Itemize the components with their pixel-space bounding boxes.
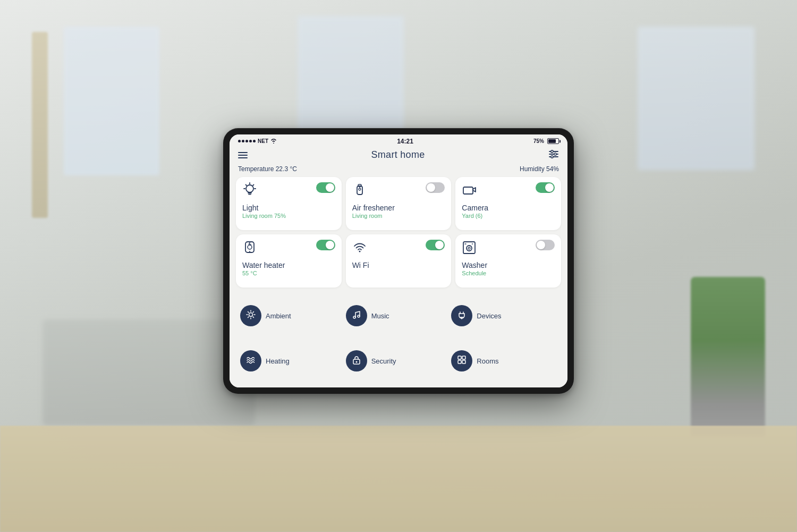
signal-bars	[238, 140, 256, 142]
status-left: NET	[238, 138, 277, 145]
camera-toggle[interactable]	[536, 182, 555, 193]
battery-percentage: 75%	[533, 138, 544, 144]
svg-line-33	[248, 317, 249, 317]
device-card-light[interactable]: Light Living room 75%	[236, 177, 342, 230]
card-header-camera	[462, 182, 555, 199]
signal-dot-3	[245, 140, 248, 142]
svg-rect-41	[462, 356, 465, 359]
menu-button[interactable]	[238, 152, 248, 158]
air-freshener-icon	[352, 182, 367, 199]
svg-point-6	[246, 185, 253, 192]
washer-toggle-knob	[537, 241, 545, 249]
svg-point-3	[551, 150, 553, 152]
svg-rect-13	[358, 184, 361, 187]
nav-label-music: Music	[371, 312, 389, 320]
signal-dot-5	[253, 140, 256, 142]
water-heater-toggle[interactable]	[316, 240, 335, 250]
wifi-toggle-knob	[435, 241, 444, 249]
device-card-water-heater[interactable]: Water heater 55 °C	[236, 234, 342, 288]
grid-icon	[457, 355, 467, 367]
nav-item-ambient[interactable]: Ambient	[240, 295, 346, 337]
room-window-right	[638, 27, 754, 170]
svg-point-25	[249, 313, 253, 317]
nav-circle-rooms	[451, 350, 472, 371]
music-icon	[352, 310, 361, 322]
humidity-display: Humidity 54%	[520, 165, 559, 173]
signal-dot-4	[249, 140, 252, 142]
svg-point-19	[359, 250, 360, 252]
nav-item-devices[interactable]: Devices	[451, 295, 557, 337]
nav-item-rooms[interactable]: Rooms	[451, 340, 557, 382]
device-card-camera[interactable]: Camera Yard (6)	[455, 177, 561, 230]
wifi-toggle[interactable]	[426, 240, 445, 250]
sun-icon	[246, 310, 256, 322]
hamburger-line-2	[238, 155, 248, 156]
svg-line-8	[253, 184, 254, 185]
water-heater-sub: 55 °C	[242, 270, 335, 276]
nav-label-security: Security	[371, 357, 396, 365]
light-name: Light	[242, 204, 335, 212]
tablet-frame: NET 14:21 75%	[223, 128, 574, 394]
wifi-device-icon	[352, 240, 367, 257]
washer-name: Washer	[462, 261, 555, 269]
nav-label-devices: Devices	[477, 312, 501, 320]
nav-label-heating: Heating	[266, 357, 290, 365]
nav-item-music[interactable]: Music	[346, 295, 452, 337]
washer-icon	[462, 240, 477, 257]
svg-point-39	[355, 361, 357, 363]
device-card-air-freshener[interactable]: Air freshener Living room	[346, 177, 452, 230]
svg-rect-14	[463, 187, 473, 194]
svg-line-31	[253, 317, 253, 317]
nav-circle-ambient	[240, 305, 261, 326]
camera-toggle-knob	[545, 183, 554, 192]
light-toggle[interactable]	[316, 182, 335, 193]
nav-item-heating[interactable]: Heating	[240, 340, 346, 382]
nav-circle-security	[346, 350, 367, 371]
water-heater-toggle-knob	[326, 241, 334, 249]
room-lamp	[32, 32, 48, 218]
signal-dot-1	[238, 140, 241, 142]
sensors-bar: Temperature 22.3 °C Humidity 54%	[230, 164, 567, 177]
status-right: 75%	[533, 138, 559, 144]
light-bulb-icon	[242, 182, 257, 199]
svg-point-4	[554, 153, 556, 155]
svg-line-30	[248, 312, 249, 313]
svg-point-16	[248, 245, 252, 249]
svg-point-21	[467, 246, 472, 251]
lock-icon	[352, 355, 361, 367]
settings-button[interactable]	[548, 149, 559, 161]
plug-icon	[457, 310, 467, 322]
status-bar: NET 14:21 75%	[230, 134, 567, 147]
bottom-nav: Ambient Music	[230, 292, 567, 387]
wifi-name: Wi Fi	[352, 261, 445, 269]
battery-fill	[548, 139, 556, 143]
device-card-washer[interactable]: Washer Schedule	[455, 234, 561, 288]
camera-icon	[462, 182, 477, 199]
camera-sub: Yard (6)	[462, 213, 555, 219]
room-table	[0, 426, 797, 532]
card-header-washer	[462, 240, 555, 257]
nav-circle-devices	[451, 305, 472, 326]
tablet-device: NET 14:21 75%	[223, 128, 574, 394]
svg-rect-43	[462, 360, 465, 364]
svg-rect-40	[458, 356, 461, 359]
nav-circle-heating	[240, 350, 261, 371]
air-freshener-toggle-knob	[427, 183, 435, 192]
light-sub: Living room 75%	[242, 213, 335, 219]
device-grid: Light Living room 75%	[230, 177, 567, 292]
device-card-wifi[interactable]: Wi Fi	[346, 234, 452, 288]
waves-icon	[246, 355, 256, 367]
card-header-wifi	[352, 240, 445, 257]
air-freshener-toggle[interactable]	[426, 182, 445, 193]
temperature-display: Temperature 22.3 °C	[238, 165, 297, 173]
room-window-left	[64, 27, 159, 175]
svg-point-5	[551, 155, 553, 157]
battery-icon	[547, 138, 559, 144]
card-header-water-heater	[242, 240, 335, 257]
svg-rect-42	[458, 360, 461, 364]
svg-point-22	[468, 247, 470, 249]
washer-toggle[interactable]	[536, 240, 555, 250]
carrier-name: NET	[258, 138, 268, 144]
nav-item-security[interactable]: Security	[346, 340, 452, 382]
water-heater-name: Water heater	[242, 261, 335, 269]
